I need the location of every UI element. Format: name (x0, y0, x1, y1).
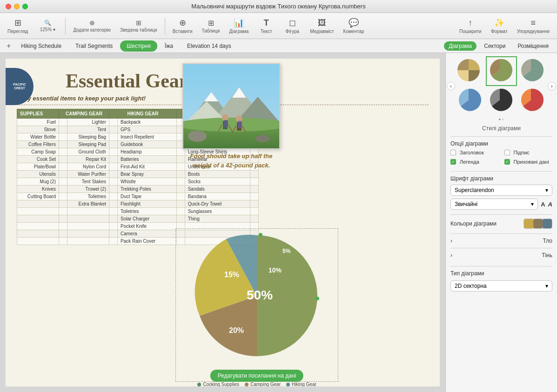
checkbox-cell[interactable] (59, 193, 67, 200)
checkbox-cell[interactable] (250, 200, 259, 208)
checkbox-cell[interactable] (59, 208, 67, 215)
font-bold-italic-button[interactable]: A (548, 201, 552, 208)
checkbox-cell[interactable] (59, 171, 67, 178)
chart-type-selector[interactable]: 2D секторна ▾ (450, 280, 552, 292)
checkbox-cell[interactable] (109, 126, 118, 133)
nav-left-arrow[interactable]: ‹ (447, 82, 455, 90)
toolbar-zoom[interactable]: 🔍 125% ▾ (34, 18, 61, 34)
toolbar-share[interactable]: ↑ Поширити (456, 16, 485, 36)
checkbox-cell[interactable] (176, 186, 185, 193)
tab-elevation[interactable]: Elevation 14 days (181, 40, 238, 52)
color-swatch-3[interactable] (543, 219, 552, 228)
checkbox-cell[interactable] (59, 238, 67, 245)
checkbox-cell[interactable] (109, 171, 118, 178)
checkbox-cell[interactable] (176, 215, 185, 223)
checkbox-cell[interactable] (109, 238, 118, 245)
shadow-header[interactable]: › Тінь (450, 252, 552, 259)
checkbox-cell[interactable] (59, 178, 67, 186)
tab-right-placement[interactable]: Розміщення (513, 41, 553, 51)
chart-style-1[interactable] (456, 58, 484, 85)
checkbox-cell[interactable] (59, 215, 67, 223)
chart-style-3[interactable] (518, 58, 547, 85)
chart-style-2[interactable] (487, 58, 516, 85)
checkbox-cell[interactable] (250, 171, 259, 178)
checkbox-cell[interactable] (109, 186, 118, 193)
toolbar-text[interactable]: T Текст (254, 16, 278, 36)
toolbar-summary[interactable]: ⊞ Зведена таблиця (116, 17, 161, 34)
checkbox-cell[interactable] (250, 208, 259, 215)
checkbox-hidden-data[interactable]: ✓ (504, 159, 510, 165)
color-swatch-2[interactable] (533, 219, 543, 228)
checkbox-cell[interactable] (59, 163, 67, 171)
checkbox-cell[interactable] (59, 186, 67, 193)
checkbox-cell[interactable] (59, 200, 67, 208)
toolbar-table[interactable]: ⊞ Таблиця (198, 17, 223, 35)
checkbox-cell[interactable] (109, 163, 118, 171)
toolbar-organize[interactable]: ≡ Упорядкування (513, 16, 553, 36)
checkbox-cell[interactable] (59, 148, 67, 156)
chart-style-5[interactable] (487, 87, 516, 114)
toolbar-insert[interactable]: ⊕ Вставити (169, 16, 196, 36)
checkbox-cell[interactable] (250, 215, 259, 223)
table-cell: Coffee Filters (17, 141, 59, 148)
checkbox-cell[interactable] (59, 156, 67, 163)
add-tab-button[interactable]: + (4, 42, 13, 50)
font-bold-button[interactable]: A (541, 201, 545, 208)
toolbar-chart[interactable]: 📊 Діаграма (226, 16, 253, 36)
checkbox-cell[interactable] (109, 133, 118, 141)
checkbox-title[interactable] (450, 150, 456, 155)
checkbox-cell[interactable] (250, 193, 259, 200)
checkbox-cell[interactable] (250, 186, 259, 193)
toolbar-format[interactable]: ✨ Формат (487, 16, 511, 36)
chart-style-6[interactable] (518, 87, 547, 114)
checkbox-cell[interactable] (109, 148, 118, 156)
tab-hiking-schedule[interactable]: Hiking Schedule (14, 40, 68, 52)
font-family-selector[interactable]: Superclarendon ▾ (450, 185, 552, 196)
tab-right-sectors[interactable]: Сектори (479, 41, 510, 51)
checkbox-cell[interactable] (59, 141, 67, 148)
maximize-button[interactable] (22, 4, 28, 9)
checkbox-cell[interactable] (109, 119, 118, 126)
checkbox-cell[interactable] (109, 156, 118, 163)
minimize-button[interactable] (14, 4, 20, 9)
checkbox-subtitle[interactable] (504, 150, 510, 155)
checkbox-cell[interactable] (176, 171, 185, 178)
checkbox-cell[interactable] (109, 178, 118, 186)
font-style-selector[interactable]: Звичайні ▾ (450, 199, 538, 210)
toolbar-view[interactable]: ⊞ Перегляд (4, 16, 32, 36)
toolbar-add-category[interactable]: ⊕ Додати категорію (69, 17, 114, 34)
checkbox-cell[interactable] (59, 119, 67, 126)
checkbox-cell[interactable] (176, 208, 185, 215)
checkbox-cell[interactable] (59, 230, 67, 238)
edit-data-button[interactable]: Редагувати посилання на дані (210, 370, 303, 382)
checkbox-legend[interactable]: ✓ (450, 159, 456, 165)
checkbox-cell[interactable] (176, 200, 185, 208)
checkbox-cell[interactable] (109, 230, 118, 238)
checkbox-cell[interactable] (250, 178, 259, 186)
checkbox-cell[interactable] (176, 193, 185, 200)
checkbox-cell[interactable] (176, 178, 185, 186)
tab-trail-segments[interactable]: Trail Segments (69, 40, 119, 52)
nav-right-arrow[interactable]: › (548, 82, 556, 90)
checkbox-cell[interactable] (109, 223, 118, 230)
tab-shestirniya[interactable]: Шестірня (120, 40, 157, 52)
tab-izha[interactable]: Їжа (158, 40, 180, 52)
chart-style-4[interactable] (456, 87, 484, 114)
toolbar-shape[interactable]: ◻ Фігура (280, 16, 304, 36)
color-swatch-1[interactable] (524, 219, 533, 228)
checkbox-cell[interactable] (109, 215, 118, 223)
tab-right-diagram[interactable]: Діаграма (444, 41, 476, 51)
toolbar-media[interactable]: 🖼 Медіавміст (306, 16, 337, 36)
background-header[interactable]: › Тло (450, 238, 552, 244)
checkbox-cell[interactable] (109, 200, 118, 208)
color-swatches[interactable] (523, 219, 552, 229)
checkbox-cell[interactable] (109, 141, 118, 148)
chart-container[interactable]: 50% 20% 15% 10% 5% Редагувати посилання … (175, 228, 338, 382)
close-button[interactable] (6, 4, 11, 9)
checkbox-cell[interactable] (59, 126, 67, 133)
checkbox-cell[interactable] (109, 193, 118, 200)
checkbox-cell[interactable] (109, 208, 118, 215)
checkbox-cell[interactable] (59, 133, 67, 141)
checkbox-cell[interactable] (59, 223, 67, 230)
toolbar-comment[interactable]: 💬 Коментар (340, 16, 368, 36)
